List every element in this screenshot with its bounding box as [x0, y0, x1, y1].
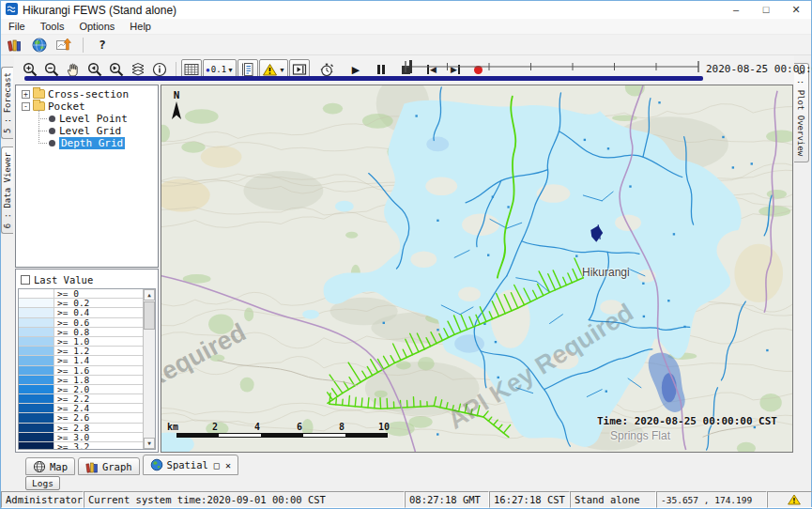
map-canvas[interactable]	[161, 85, 792, 452]
spatial-tab-close-icon[interactable]: ✕	[225, 460, 231, 470]
scroll-up-icon[interactable]: ▲	[144, 289, 155, 301]
last-value-checkbox[interactable]	[21, 275, 30, 285]
legend-label: >= 0.8	[54, 328, 143, 336]
wireframe-globe-icon	[33, 460, 46, 473]
menu-help[interactable]: Help	[122, 20, 159, 33]
tab-forecast-label: 5 : Forecast	[3, 72, 12, 133]
legend-swatch	[19, 442, 54, 450]
tree-item-cross-section[interactable]: + Cross-section	[18, 88, 156, 100]
north-arrow-icon	[171, 101, 182, 120]
status-bar: Administrator Current system time:2020-0…	[1, 491, 811, 508]
north-label: N	[171, 89, 182, 101]
legend-swatch	[19, 404, 54, 412]
maximize-button[interactable]: □	[751, 1, 781, 19]
tab-map-label: Map	[50, 461, 68, 472]
status-mode: Stand alone	[570, 491, 656, 508]
tab-plot-overview[interactable]: 3 : Plot Overview	[794, 63, 809, 162]
bottom-tab-bar: Map Graph Spatial □ ✕	[1, 454, 811, 475]
threshold-dot-icon: ●	[206, 66, 210, 74]
legend-row[interactable]: >= 3.2	[19, 442, 143, 450]
legend-label: >= 1.4	[54, 356, 143, 364]
tab-graph-label: Graph	[102, 461, 132, 472]
tree-item-label: Pocket	[48, 100, 85, 113]
legend-label: >= 2.0	[54, 385, 143, 393]
scrollbar-thumb[interactable]	[144, 301, 155, 330]
legend-swatch	[19, 328, 54, 336]
tab-spatial[interactable]: Spatial □ ✕	[143, 455, 238, 475]
time-span-bar[interactable]	[24, 76, 703, 81]
legend-swatch	[19, 299, 54, 307]
legend-swatch	[19, 433, 54, 441]
legend-swatch	[19, 424, 54, 432]
warning-triangle-icon	[788, 494, 801, 505]
status-local-time: 16:27:18 CST	[489, 491, 570, 508]
legend-swatch	[19, 318, 54, 327]
legend-row[interactable]: >= 1.4	[19, 356, 143, 365]
toolbar-separator	[176, 62, 176, 77]
tab-data-viewer[interactable]: 6 : Data Viewer	[1, 147, 13, 234]
app-icon	[6, 2, 18, 19]
tab-plot-overview-label: 3 : Plot Overview	[796, 69, 805, 156]
scroll-down-icon[interactable]: ▼	[144, 438, 155, 449]
time-slider-datetime: 2020-08-25 00:00:00 CST	[706, 63, 812, 75]
legend-label: >= 0.6	[54, 318, 143, 327]
chevron-down-icon: ▼	[227, 67, 234, 73]
time-slider-thumb	[409, 60, 412, 73]
tree-item-label: Level Grid	[59, 125, 121, 137]
minimize-button[interactable]: –	[721, 1, 751, 19]
legend-swatch	[19, 394, 54, 403]
tab-data-viewer-label: 6 : Data Viewer	[3, 152, 12, 228]
map-view[interactable]: N API Key Required API Key Required Hiku…	[161, 85, 793, 453]
place-label-hikurangi: Hikurangi	[582, 266, 630, 279]
legend-label: >= 1.6	[54, 366, 143, 375]
legend-list: ▲ ▼ >= 0>= 0.2>= 0.4>= 0.6>= 0.8>= 1.0>=…	[18, 288, 156, 450]
map-scale-bar: km 2 4 6 8 10	[167, 422, 411, 440]
legend-label: >= 2.4	[54, 404, 143, 412]
right-tab-strip: 3 : Plot Overview	[794, 55, 811, 454]
node-dot-icon	[49, 116, 55, 122]
menu-bar: File Tools Options Help	[1, 19, 811, 35]
legend-label: >= 2.2	[54, 394, 143, 403]
database-icon[interactable]	[5, 36, 25, 54]
tab-forecast[interactable]: 5 : Forecast	[1, 67, 13, 139]
legend-swatch	[19, 347, 54, 355]
time-slider[interactable]	[403, 59, 701, 75]
menu-options[interactable]: Options	[71, 20, 122, 33]
warning-triangle-icon	[262, 62, 278, 77]
spatial-tab-restore-icon[interactable]: □	[214, 460, 220, 470]
legend-swatch	[19, 289, 54, 298]
menu-tools[interactable]: Tools	[33, 20, 72, 33]
globe-icon[interactable]	[29, 36, 50, 54]
help-button[interactable]: ?	[92, 36, 113, 54]
legend-swatch	[19, 337, 54, 346]
menu-file[interactable]: File	[1, 20, 33, 33]
tab-graph[interactable]: Graph	[78, 457, 140, 475]
tree-item-depth-grid[interactable]: Depth Grid	[38, 137, 156, 148]
logs-button[interactable]: Logs	[25, 476, 60, 490]
left-tab-strip: 5 : Forecast 6 : Data Viewer	[1, 55, 14, 454]
status-warning-cell[interactable]	[767, 491, 812, 508]
legend-label: >= 3.0	[54, 433, 143, 441]
tree-item-level-point[interactable]: Level Point	[38, 113, 156, 124]
tree-item-level-grid[interactable]: Level Grid	[38, 125, 156, 136]
tab-map[interactable]: Map	[25, 457, 75, 475]
app-window: Hikurangi FEWS (Stand alone) – □ ✕ File …	[0, 0, 812, 509]
last-value-label: Last Value	[34, 274, 93, 285]
expand-icon[interactable]: +	[22, 90, 30, 99]
spatial-display-icon[interactable]	[54, 36, 74, 54]
threshold-value: 0.1	[211, 65, 226, 74]
legend-swatch	[19, 366, 54, 375]
left-panel: + Cross-section - Pocket	[14, 84, 160, 454]
close-button[interactable]: ✕	[781, 1, 811, 19]
chevron-down-icon: ▼	[279, 67, 285, 73]
legend-swatch	[19, 308, 54, 316]
legend-label: >= 1.0	[54, 337, 143, 346]
tree-item-label: Level Point	[59, 113, 128, 125]
legend-label: >= 1.2	[54, 347, 143, 355]
collapse-icon[interactable]: -	[22, 102, 30, 111]
status-user: Administrator	[1, 491, 84, 508]
tree-item-label-selected: Depth Grid	[59, 137, 125, 149]
legend-swatch	[19, 385, 54, 393]
legend-scrollbar[interactable]: ▲ ▼	[143, 289, 155, 449]
tab-spatial-label: Spatial	[167, 459, 208, 470]
